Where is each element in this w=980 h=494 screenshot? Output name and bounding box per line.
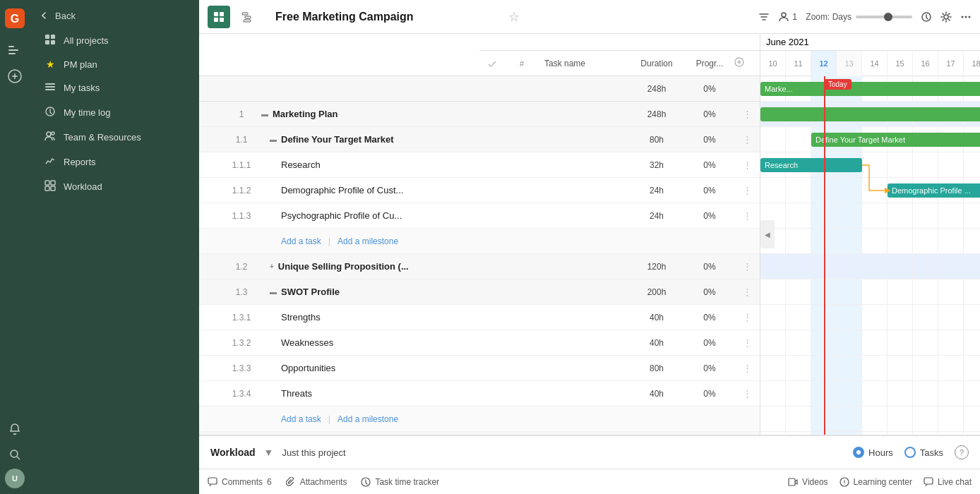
row-menu[interactable]: ⋮ bbox=[734, 210, 760, 221]
row-progress: 0% bbox=[685, 211, 734, 221]
row-name[interactable]: Add a task | Add a milestone bbox=[258, 236, 628, 246]
gantt-bar[interactable] bbox=[760, 107, 980, 121]
gantt-row bbox=[760, 406, 980, 432]
gantt-row bbox=[760, 356, 980, 381]
table-row[interactable]: 1.1.3 Psychographic Profile of Cu... 24h… bbox=[199, 203, 760, 229]
hours-radio[interactable]: Hours bbox=[853, 447, 893, 458]
live-chat-label: Live chat bbox=[938, 477, 972, 487]
time-tracker-button[interactable]: Task time tracker bbox=[361, 477, 439, 487]
more-button[interactable] bbox=[960, 11, 972, 23]
gantt-bar[interactable]: Marke... bbox=[760, 82, 980, 96]
row-num: 1 bbox=[225, 109, 258, 119]
header-add[interactable] bbox=[734, 57, 760, 69]
table-row[interactable]: 1.1 ▬ Define Your Target Market 80h 0% ⋮ bbox=[199, 127, 760, 152]
zoom-control[interactable]: Zoom: Days bbox=[806, 12, 912, 22]
zoom-label: Zoom: Days bbox=[806, 12, 851, 22]
row-menu[interactable]: ⋮ bbox=[734, 261, 760, 272]
table-row[interactable]: 1.3.3 Opportunities 80h 0% ⋮ bbox=[199, 356, 760, 381]
learning-center-button[interactable]: Learning center bbox=[839, 477, 912, 487]
gantt-bar[interactable]: Research bbox=[760, 158, 862, 172]
comments-button[interactable]: Comments 6 bbox=[208, 477, 272, 487]
add-task-link[interactable]: Add a task bbox=[281, 414, 321, 424]
live-chat-button[interactable]: Live chat bbox=[924, 477, 972, 487]
add-task-row[interactable]: Add a task | Add a milestone bbox=[199, 229, 760, 254]
table-row[interactable]: 1.4 ▬ Distribution Plan 24h 0% ⋮ bbox=[199, 432, 760, 435]
table-row[interactable]: 1 ▬ Marketing Plan 248h 0% ⋮ bbox=[199, 102, 760, 127]
svg-rect-45 bbox=[789, 478, 795, 486]
workload-filter[interactable]: Just this project bbox=[282, 447, 345, 458]
add-milestone-link[interactable]: Add a milestone bbox=[337, 414, 398, 424]
add-milestone-link[interactable]: Add a milestone bbox=[337, 236, 398, 246]
app-logo[interactable]: G bbox=[2, 6, 28, 31]
sidebar-item-all-projects[interactable]: All projects bbox=[32, 28, 196, 53]
collapse-icon[interactable]: + bbox=[270, 263, 274, 270]
row-duration: 80h bbox=[628, 363, 685, 373]
gantt-bar[interactable]: Define Your Target Market bbox=[811, 133, 980, 147]
gantt-day-15: 15 bbox=[888, 51, 913, 76]
collapse-icon[interactable]: ▬ bbox=[261, 110, 268, 118]
user-count[interactable]: 1 bbox=[778, 11, 797, 23]
table-row[interactable]: 1.1.2 Demographic Profile of Cust... 24h… bbox=[199, 178, 760, 203]
row-num: 1.2 bbox=[225, 262, 258, 272]
row-num: 1.3.3 bbox=[225, 363, 258, 373]
row-menu[interactable]: ⋮ bbox=[734, 109, 760, 119]
sidebar-item-reports[interactable]: Reports bbox=[32, 150, 196, 174]
sidebar-item-my-time-log[interactable]: My time log bbox=[32, 100, 196, 125]
sidebar-icon-logo[interactable] bbox=[4, 40, 26, 62]
sidebar-item-team-resources[interactable]: Team & Resources bbox=[32, 125, 196, 150]
table-row[interactable]: 1.3.4 Threats 40h 0% ⋮ bbox=[199, 381, 760, 406]
row-name: Research bbox=[258, 159, 628, 170]
table-row[interactable]: 1.3.1 Strengths 40h 0% ⋮ bbox=[199, 305, 760, 330]
settings-button[interactable] bbox=[940, 11, 952, 23]
scroll-left-indicator[interactable]: ◀ bbox=[760, 220, 775, 248]
collapse-icon[interactable]: ▬ bbox=[270, 135, 277, 143]
row-num: 1.3.2 bbox=[225, 338, 258, 348]
sidebar-icon-add[interactable] bbox=[4, 65, 26, 88]
workload-options: Hours Tasks ? bbox=[853, 445, 969, 459]
help-icon[interactable]: ? bbox=[955, 445, 969, 459]
favorite-icon[interactable]: ☆ bbox=[508, 9, 520, 25]
row-name: ▬ SWOT Profile bbox=[258, 287, 628, 297]
sidebar-item-workload[interactable]: Workload bbox=[32, 174, 196, 199]
svg-rect-4 bbox=[8, 53, 16, 54]
tasks-radio[interactable]: Tasks bbox=[904, 447, 943, 458]
add-task-link[interactable]: Add a task bbox=[281, 236, 321, 246]
table-row[interactable]: 1.2 + Unique Selling Proposition (... 12… bbox=[199, 254, 760, 279]
back-button[interactable]: Back bbox=[30, 6, 199, 25]
row-name: + Unique Selling Proposition (... bbox=[258, 261, 628, 272]
row-menu[interactable]: ⋮ bbox=[734, 388, 760, 399]
videos-label: Videos bbox=[802, 477, 827, 487]
table-row[interactable]: 1.1.1 Research 32h 0% ⋮ bbox=[199, 152, 760, 178]
row-menu[interactable]: ⋮ bbox=[734, 159, 760, 170]
collapse-icon[interactable]: ▬ bbox=[270, 288, 277, 296]
row-menu[interactable]: ⋮ bbox=[734, 312, 760, 323]
zoom-slider[interactable] bbox=[856, 16, 912, 18]
row-menu[interactable]: ⋮ bbox=[734, 185, 760, 195]
add-task-row[interactable]: Add a task | Add a milestone bbox=[199, 406, 760, 432]
row-menu[interactable]: ⋮ bbox=[734, 134, 760, 145]
gantt-view-button[interactable] bbox=[236, 6, 258, 28]
row-name[interactable]: Add a task | Add a milestone bbox=[258, 414, 628, 424]
attachments-button[interactable]: Attachments bbox=[286, 477, 347, 487]
gantt-row bbox=[760, 203, 980, 229]
user-avatar[interactable]: U bbox=[5, 469, 25, 488]
row-menu[interactable]: ⋮ bbox=[734, 337, 760, 348]
reports-icon bbox=[44, 155, 56, 169]
videos-button[interactable]: Videos bbox=[788, 477, 827, 487]
sidebar-item-my-tasks[interactable]: My tasks bbox=[32, 76, 196, 100]
sidebar-icon-search[interactable] bbox=[4, 443, 26, 466]
grid-view-button[interactable] bbox=[208, 6, 230, 28]
history-button[interactable] bbox=[921, 11, 932, 23]
gantt-bar[interactable]: Demographic Profile ... bbox=[888, 183, 980, 198]
row-duration: 24h bbox=[628, 186, 685, 195]
workload-toggle[interactable]: ▼ bbox=[264, 447, 274, 458]
sidebar-icon-notifications[interactable] bbox=[4, 418, 26, 440]
filter-button[interactable] bbox=[758, 11, 770, 23]
row-menu[interactable]: ⋮ bbox=[734, 363, 760, 373]
table-row[interactable]: 1.3.2 Weaknesses 40h 0% ⋮ bbox=[199, 330, 760, 356]
sidebar-item-pm-plan[interactable]: ★ PM plan bbox=[32, 53, 196, 76]
table-row[interactable]: 1.3 ▬ SWOT Profile 200h 0% ⋮ bbox=[199, 279, 760, 305]
row-menu[interactable]: ⋮ bbox=[734, 287, 760, 297]
row-progress: 0% bbox=[685, 262, 734, 272]
svg-point-35 bbox=[965, 16, 967, 18]
